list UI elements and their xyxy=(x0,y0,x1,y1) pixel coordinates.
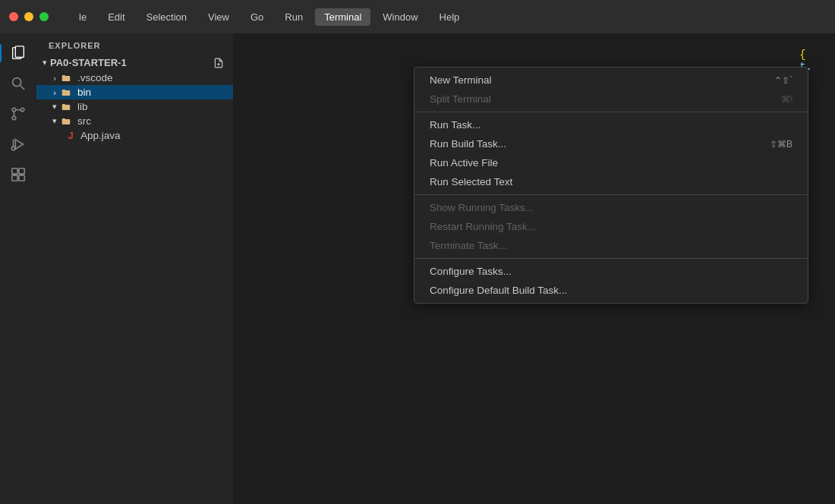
maximize-button[interactable] xyxy=(39,12,49,21)
new-file-icon[interactable] xyxy=(210,58,227,68)
lib-label: lib xyxy=(77,101,227,112)
activity-run-debug[interactable] xyxy=(5,131,32,158)
run-build-task-shortcut: ⇧⌘B xyxy=(770,139,792,150)
menu-run[interactable]: Run xyxy=(276,8,312,26)
appjava-label: App.java xyxy=(80,130,227,141)
tree-item-lib[interactable]: ▾ lib xyxy=(36,99,233,114)
svg-point-2 xyxy=(13,78,21,87)
restart-running-task-label: Restart Running Task... xyxy=(430,221,536,232)
menu-run-build-task[interactable]: Run Build Task... ⇧⌘B xyxy=(414,134,808,153)
svg-rect-12 xyxy=(12,175,17,181)
svg-rect-11 xyxy=(19,169,24,174)
window-controls xyxy=(0,0,61,33)
split-terminal-shortcut: ⌘\ xyxy=(781,94,792,105)
menu-run-active-file[interactable]: Run Active File xyxy=(414,153,808,172)
run-selected-text-label: Run Selected Text xyxy=(430,176,512,187)
configure-tasks-label: Configure Tasks... xyxy=(430,266,512,277)
root-folder-label: PA0-STARTER-1 xyxy=(50,57,210,68)
root-folder-row[interactable]: ▾ PA0-STARTER-1 xyxy=(36,55,233,71)
svg-point-8 xyxy=(11,146,15,150)
menu-run-task[interactable]: Run Task... xyxy=(414,115,808,134)
tree-item-bin[interactable]: › bin xyxy=(36,85,233,99)
chevron-down-icon-src: ▾ xyxy=(49,116,61,126)
tree-item-appjava[interactable]: J App.java xyxy=(36,128,233,143)
terminate-task-label: Terminate Task... xyxy=(430,240,507,251)
menu-items: le Edit Selection View Go Run Terminal W… xyxy=(70,8,468,26)
show-running-tasks-label: Show Running Tasks... xyxy=(430,202,534,213)
activity-search[interactable] xyxy=(5,70,32,97)
vscode-label: .vscode xyxy=(77,72,227,83)
chevron-right-icon: › xyxy=(49,74,61,83)
menu-run-selected-text[interactable]: Run Selected Text xyxy=(414,172,808,191)
menu-help[interactable]: Help xyxy=(430,8,469,26)
java-file-icon: J xyxy=(64,130,77,141)
bin-label: bin xyxy=(77,87,227,98)
activity-bar xyxy=(0,33,36,504)
run-build-task-label: Run Build Task... xyxy=(430,138,506,150)
configure-default-build-task-label: Configure Default Build Task... xyxy=(430,285,567,296)
menu-terminal[interactable]: Terminal xyxy=(315,8,370,26)
menu-restart-running-task: Restart Running Task... xyxy=(414,217,808,236)
folder-open-icon-lib xyxy=(61,102,74,112)
svg-point-5 xyxy=(12,116,16,120)
run-active-file-label: Run Active File xyxy=(430,157,498,169)
main-area: EXPLORER ▾ PA0-STARTER-1 › .vscode xyxy=(0,33,835,504)
separator-1 xyxy=(414,112,808,112)
svg-rect-10 xyxy=(12,169,17,174)
menu-new-terminal[interactable]: New Terminal ⌃⇧` xyxy=(414,71,808,90)
separator-3 xyxy=(414,258,808,259)
folder-icon-bin xyxy=(61,87,74,98)
svg-point-4 xyxy=(12,108,16,112)
folder-open-icon-src xyxy=(61,116,74,127)
activity-extensions[interactable] xyxy=(5,161,32,188)
sidebar-title: EXPLORER xyxy=(36,33,233,55)
svg-marker-7 xyxy=(15,140,23,150)
menu-split-terminal: Split Terminal ⌘\ xyxy=(414,90,808,109)
chevron-down-icon-lib: ▾ xyxy=(49,102,61,112)
activity-explorer[interactable] xyxy=(5,39,32,67)
menu-configure-tasks[interactable]: Configure Tasks... xyxy=(414,262,808,281)
menu-configure-default-build-task[interactable]: Configure Default Build Task... xyxy=(414,281,808,300)
folder-icon xyxy=(61,73,74,83)
separator-2 xyxy=(414,194,808,195)
sidebar: EXPLORER ▾ PA0-STARTER-1 › .vscode xyxy=(36,33,234,504)
split-terminal-label: Split Terminal xyxy=(430,93,491,105)
menu-edit[interactable]: Edit xyxy=(99,8,134,26)
tree-item-src[interactable]: ▾ src xyxy=(36,114,233,128)
menu-show-running-tasks: Show Running Tasks... xyxy=(414,198,808,217)
src-label: src xyxy=(77,115,227,127)
menu-go[interactable]: Go xyxy=(241,8,273,26)
minimize-button[interactable] xyxy=(24,12,33,21)
menu-window[interactable]: Window xyxy=(373,8,427,26)
new-terminal-shortcut: ⌃⇧` xyxy=(774,75,792,86)
svg-rect-13 xyxy=(19,175,24,181)
menu-terminate-task: Terminate Task... xyxy=(414,236,808,255)
close-button[interactable] xyxy=(9,12,18,21)
menubar: le Edit Selection View Go Run Terminal W… xyxy=(0,0,835,33)
svg-rect-1 xyxy=(15,46,24,58)
run-task-label: Run Task... xyxy=(430,119,481,131)
menu-file[interactable]: le xyxy=(70,8,96,26)
new-terminal-label: New Terminal xyxy=(430,74,492,86)
menu-selection[interactable]: Selection xyxy=(137,8,196,26)
terminal-dropdown-menu: New Terminal ⌃⇧` Split Terminal ⌘\ Run T… xyxy=(414,67,808,304)
tree-item-vscode[interactable]: › .vscode xyxy=(36,71,233,85)
svg-line-3 xyxy=(20,86,25,90)
menu-view[interactable]: View xyxy=(199,8,238,26)
chevron-down-icon: ▾ xyxy=(43,58,47,68)
chevron-right-icon-bin: › xyxy=(49,88,61,97)
activity-source-control[interactable] xyxy=(5,100,32,128)
